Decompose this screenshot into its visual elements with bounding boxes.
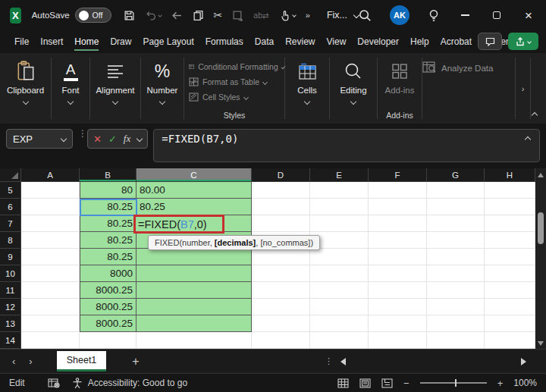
vertical-scroll-thumb[interactable]	[538, 212, 544, 244]
paste-button[interactable]	[232, 10, 243, 21]
cell[interactable]	[252, 315, 310, 332]
format-as-table-button[interactable]: Format as Table	[189, 74, 284, 89]
cell[interactable]	[310, 299, 369, 315]
tab-file[interactable]: File	[11, 33, 33, 51]
cell[interactable]	[427, 282, 485, 299]
cell[interactable]	[369, 215, 427, 232]
cell-b6[interactable]: 80.25	[80, 199, 136, 215]
previous-sheet-icon[interactable]: ‹	[12, 356, 15, 367]
column-header-d[interactable]: D	[252, 168, 310, 182]
column-header-e[interactable]: E	[310, 168, 369, 182]
scroll-left-icon[interactable]	[340, 358, 346, 365]
cell[interactable]	[21, 199, 80, 215]
cell[interactable]	[427, 249, 485, 265]
tab-developer[interactable]: Developer	[353, 33, 403, 51]
cell-c5[interactable]: 80.00	[136, 182, 252, 199]
cell[interactable]	[310, 249, 369, 265]
cell[interactable]	[21, 315, 80, 332]
cell[interactable]	[252, 249, 310, 265]
column-header-a[interactable]: A	[21, 168, 80, 182]
cell[interactable]	[21, 299, 80, 315]
undo-button[interactable]	[145, 10, 162, 21]
cell[interactable]	[310, 182, 369, 199]
comments-button[interactable]	[478, 33, 502, 50]
next-sheet-icon[interactable]: ›	[29, 356, 32, 367]
autosave-toggle[interactable]: Off	[75, 8, 111, 23]
cell[interactable]	[252, 265, 310, 282]
editing-group-button[interactable]: Editing	[330, 53, 377, 124]
cell-c11[interactable]	[136, 282, 252, 299]
cell[interactable]	[369, 265, 427, 282]
cell[interactable]	[252, 182, 310, 199]
cell[interactable]	[485, 249, 535, 265]
back-arrow-button[interactable]	[171, 10, 183, 21]
cell[interactable]	[485, 299, 535, 315]
cell[interactable]	[427, 299, 485, 315]
cell[interactable]	[369, 182, 427, 199]
cell[interactable]	[21, 249, 80, 265]
tab-formulas[interactable]: Formulas	[202, 33, 247, 51]
cell[interactable]	[21, 282, 80, 299]
column-header-g[interactable]: G	[427, 168, 485, 182]
conditional-formatting-button[interactable]: Conditional Formatting	[189, 59, 284, 74]
cell-b7[interactable]: 80.25	[80, 215, 136, 232]
collapse-formula-bar-icon[interactable]	[525, 136, 531, 143]
cell[interactable]	[252, 332, 310, 349]
cell[interactable]	[485, 332, 535, 349]
alignment-group-button[interactable]: Alignment	[90, 53, 140, 124]
row-header[interactable]: 8	[0, 232, 21, 249]
cell[interactable]	[21, 182, 80, 199]
cell[interactable]	[21, 265, 80, 282]
touch-mouse-mode-button[interactable]	[279, 10, 296, 21]
cell[interactable]	[427, 265, 485, 282]
cell-b13[interactable]: 8000.25	[80, 315, 136, 332]
cell-c13[interactable]	[136, 315, 252, 332]
cell[interactable]	[369, 249, 427, 265]
font-group-button[interactable]: A Font	[52, 53, 89, 124]
cell-b10[interactable]: 8000	[80, 265, 136, 282]
cell[interactable]	[485, 282, 535, 299]
tab-page-layout[interactable]: Page Layout	[139, 33, 197, 51]
find-replace-button[interactable]: ab⇄	[253, 11, 268, 20]
document-title-dropdown[interactable]: Fix...	[327, 10, 359, 20]
cell[interactable]	[427, 199, 485, 215]
zoom-out-button[interactable]: −	[403, 378, 410, 389]
column-header-h[interactable]: H	[485, 168, 535, 182]
tab-sheet1[interactable]: Sheet1	[57, 351, 107, 372]
column-header-c[interactable]: C	[136, 168, 252, 182]
tab-view[interactable]: View	[323, 33, 350, 51]
maximize-button[interactable]	[490, 8, 504, 22]
copy-button[interactable]	[193, 10, 204, 21]
cell[interactable]	[369, 315, 427, 332]
cell[interactable]	[310, 199, 369, 215]
cell[interactable]	[427, 182, 485, 199]
collapse-ribbon-icon[interactable]	[532, 112, 538, 118]
scroll-right-icon[interactable]	[521, 358, 526, 365]
clipboard-group-button[interactable]: Clipboard	[0, 53, 51, 124]
row-header[interactable]: 7	[0, 215, 21, 232]
page-break-preview-button[interactable]	[381, 378, 393, 388]
cell-b8[interactable]: 80.25	[80, 232, 136, 249]
enter-formula-button[interactable]: ✓	[108, 133, 117, 145]
lightbulb-icon[interactable]	[428, 9, 440, 22]
cell[interactable]	[427, 232, 485, 249]
tab-insert[interactable]: Insert	[36, 33, 67, 51]
name-box[interactable]: EXP	[6, 129, 73, 149]
qat-overflow-button[interactable]: »	[306, 11, 310, 20]
cell[interactable]	[310, 282, 369, 299]
cell-c6[interactable]: 80.25	[136, 199, 252, 215]
scroll-up-icon[interactable]	[538, 173, 544, 177]
row-header[interactable]: 13	[0, 315, 21, 332]
cell-styles-button[interactable]: Cell Styles	[189, 89, 284, 105]
cell[interactable]	[310, 265, 369, 282]
tab-draw[interactable]: Draw	[106, 33, 135, 51]
cell-b14[interactable]	[80, 332, 136, 349]
scroll-down-icon[interactable]	[538, 341, 544, 346]
search-icon[interactable]	[359, 9, 372, 22]
cell-c9[interactable]	[136, 249, 252, 265]
zoom-level[interactable]: 100%	[513, 378, 537, 388]
analyze-data-button[interactable]: Analyze Data	[422, 61, 515, 74]
cell[interactable]	[21, 332, 80, 349]
close-button[interactable]: ×	[522, 8, 535, 22]
tab-review[interactable]: Review	[281, 33, 318, 51]
